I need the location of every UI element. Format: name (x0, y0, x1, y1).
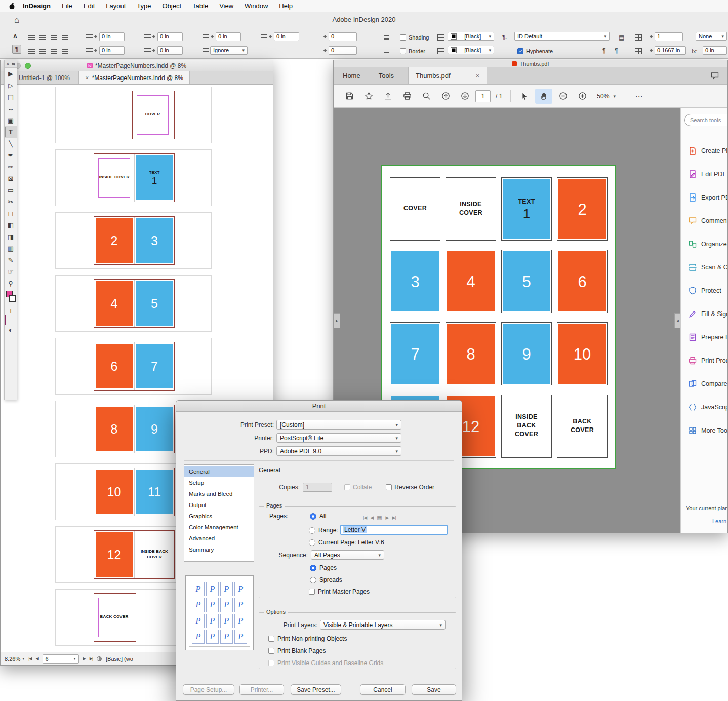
page-number-field[interactable]: 6 (43, 654, 79, 664)
thumb-7[interactable]: 7 (390, 322, 440, 385)
thumb-inside-back-cover[interactable]: INSIDE BACK COVER (501, 395, 552, 458)
selection-tool[interactable]: ▶ (5, 68, 17, 80)
justify-all-button[interactable] (62, 47, 68, 56)
section-output[interactable]: Output (184, 499, 254, 511)
menu-file[interactable]: File (56, 2, 78, 10)
menu-layout[interactable]: Layout (100, 2, 131, 10)
gutter-field[interactable]: 0.1667 in (649, 46, 686, 55)
shading-swatch-icon[interactable] (437, 33, 444, 42)
page-inside-cover[interactable]: INSIDE COVER (94, 154, 134, 202)
save-button[interactable]: Save (412, 684, 456, 695)
column-count-field[interactable]: 1 (649, 32, 683, 41)
page-tool[interactable]: ▤ (5, 91, 17, 103)
section-marks-and-bleed[interactable]: Marks and Bleed (184, 488, 254, 499)
all-radio[interactable]: All (310, 513, 326, 520)
next-page-icon[interactable]: ▶ (386, 515, 389, 520)
spreads-radio[interactable]: Spreads (310, 576, 342, 583)
gap-tool[interactable]: ↔ (5, 103, 17, 114)
cancel-button[interactable]: Cancel (360, 684, 406, 695)
direct-selection-tool[interactable]: ▷ (5, 80, 17, 91)
last-page-icon[interactable]: ▶| (392, 515, 396, 520)
tab-tools[interactable]: Tools (370, 67, 403, 84)
print-master-pages-checkbox[interactable]: Print Master Pages (309, 588, 370, 595)
previous-view-icon[interactable] (437, 89, 454, 104)
pencil-tool[interactable]: ✏ (5, 161, 17, 173)
page-7[interactable]: 7 (134, 342, 174, 390)
last-line-indent-field[interactable]: 0 in (144, 46, 183, 55)
thumb-4[interactable]: 4 (446, 250, 496, 313)
border-checkbox[interactable]: Border (400, 47, 425, 56)
copies-input[interactable]: 1 (303, 483, 332, 492)
thumb-5[interactable]: 5 (501, 250, 552, 313)
previous-page-button[interactable]: ◀ (35, 656, 38, 661)
eyedropper-tool[interactable]: ✎ (5, 254, 17, 266)
search-icon[interactable] (418, 89, 435, 104)
fill-stroke-swatches[interactable] (5, 289, 17, 306)
share-icon[interactable] (379, 89, 396, 104)
printer-button[interactable]: Printer... (239, 684, 284, 695)
section-color-management[interactable]: Color Management (184, 522, 254, 533)
save-preset-button[interactable]: Save Preset... (291, 684, 341, 695)
thumb-9[interactable]: 9 (501, 322, 552, 385)
sidebar-tool-scan-ocr[interactable]: Scan & OCR (681, 261, 727, 274)
range-input[interactable]: Letter V (340, 525, 448, 535)
scissors-tool[interactable]: ✂ (5, 196, 17, 208)
thumb-8[interactable]: 8 (446, 322, 496, 385)
menu-table[interactable]: Table (187, 2, 214, 10)
print-guides-checkbox[interactable]: Print Visible Guides and Baseline Grids (268, 659, 383, 667)
page-number-input[interactable]: 1 (475, 90, 491, 102)
sidebar-tool-fill-sign[interactable]: Fill & Sign (681, 307, 727, 321)
next-page-button[interactable]: ▶ (83, 656, 86, 661)
tab-close-icon[interactable]: ✕ (85, 75, 89, 81)
shading-color-dropdown[interactable]: [Black] (448, 32, 494, 41)
menu-indesign[interactable]: InDesign (17, 2, 56, 10)
print-icon[interactable] (398, 89, 416, 104)
left-panel-toggle[interactable]: ▸ (334, 313, 340, 328)
page-setup-button[interactable]: Page Setup... (183, 684, 234, 695)
align-right-button[interactable] (51, 33, 57, 43)
page-4[interactable]: 4 (94, 280, 134, 327)
first-page-icon[interactable]: |◀ (363, 515, 367, 520)
hyphenate-checkbox[interactable]: Hyphenate (517, 47, 553, 56)
gradient-swatch-tool[interactable]: ◧ (5, 219, 17, 231)
justify-last-center-button[interactable] (39, 47, 46, 56)
type-tool[interactable]: T (5, 126, 17, 138)
page-cover[interactable]: COVER (133, 91, 173, 139)
screen-mode-button[interactable]: ◐ (5, 325, 17, 335)
hand-tool[interactable]: ☞ (5, 266, 17, 278)
character-formatting-toggle[interactable]: A (13, 32, 17, 41)
pen-tool[interactable]: ✒ (5, 149, 17, 161)
align-to-grid-group[interactable]: Ignore (203, 46, 248, 55)
left-indent-field[interactable]: 0 in (86, 32, 125, 41)
rectangle-tool[interactable]: ▭ (5, 184, 17, 196)
zoom-level-dropdown[interactable]: 8.26%▾ (5, 656, 24, 662)
border-style-icon[interactable] (437, 47, 444, 56)
thumb-inside-cover[interactable]: INSIDE COVER (446, 177, 496, 241)
first-line-indent-field[interactable]: 0 in (86, 46, 125, 55)
prev-page-icon[interactable]: ◀ (370, 515, 373, 520)
section-graphics[interactable]: Graphics (184, 511, 254, 522)
more-tools-icon[interactable]: ⋯ (630, 89, 648, 104)
align-left-button[interactable] (28, 33, 35, 43)
sidebar-tool-comment[interactable]: Comment (681, 214, 727, 227)
sidebar-tool-export-pdf[interactable]: Export PDF (681, 191, 727, 204)
align-center-button[interactable] (39, 33, 46, 43)
line-tool[interactable]: ╲ (5, 138, 17, 149)
menu-type[interactable]: Type (131, 2, 156, 10)
stroke-swatch[interactable] (9, 295, 16, 302)
page-11[interactable]: 11 (134, 468, 174, 516)
page-8[interactable]: 8 (94, 405, 134, 453)
zoom-level-dropdown[interactable]: 50% (593, 93, 620, 100)
sidebar-tool-protect[interactable]: Protect (681, 284, 727, 297)
preflight-icon[interactable] (97, 656, 102, 661)
zoom-tool[interactable]: ⚲ (5, 278, 17, 289)
section-summary[interactable]: Summary (184, 544, 254, 555)
last-page-button[interactable]: ▶| (90, 656, 93, 661)
print-layers-dropdown[interactable]: Visible & Printable Layers (320, 620, 446, 630)
content-collector-tool[interactable]: ▣ (5, 114, 17, 126)
tab-close-icon[interactable]: ✕ (476, 73, 480, 79)
sidebar-tool-prepare-form[interactable]: Prepare Form (681, 331, 727, 344)
note-tool[interactable]: ▥ (5, 243, 17, 254)
sidebar-tool-compare-files[interactable]: Compare Files (681, 377, 727, 391)
rtl-paragraph-icon[interactable]: ¶ (615, 46, 618, 55)
